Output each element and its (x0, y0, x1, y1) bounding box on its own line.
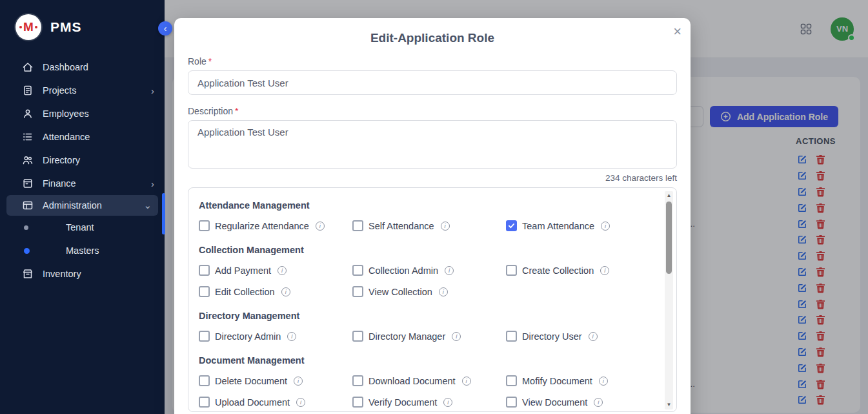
sidebar-item-label: Employees (43, 109, 154, 119)
info-icon[interactable]: i (601, 222, 610, 231)
info-icon[interactable]: i (462, 377, 471, 386)
permission-item-directory-admin[interactable]: Directory Admini (199, 331, 347, 342)
permission-item-add-payment[interactable]: Add Paymenti (199, 265, 347, 276)
scroll-thumb[interactable] (666, 202, 672, 274)
checkbox-icon[interactable] (352, 220, 363, 231)
checkbox-icon[interactable] (506, 397, 517, 408)
permission-label: View Collection (368, 287, 432, 297)
app-logo: M (15, 14, 41, 40)
permission-item-directory-user[interactable]: Directory Useri (506, 331, 654, 342)
close-icon[interactable]: × (673, 25, 681, 39)
permission-item-edit-collection[interactable]: Edit Collectioni (199, 286, 347, 297)
checkbox-icon[interactable] (199, 375, 210, 386)
checkbox-icon[interactable] (506, 375, 517, 386)
permission-label: Download Document (368, 376, 456, 386)
permission-item-delete-document[interactable]: Delete Documenti (199, 375, 347, 386)
checkbox-icon[interactable] (352, 265, 363, 276)
permission-item-create-collection[interactable]: Create Collectioni (506, 265, 654, 276)
permission-item-upload-document[interactable]: Upload Documenti (199, 397, 347, 408)
permission-label: Team Attendance (522, 221, 594, 231)
info-icon[interactable]: i (296, 398, 305, 407)
info-icon[interactable]: i (443, 398, 452, 407)
permission-group-collection-management: Collection ManagementAdd PaymentiCollect… (199, 245, 654, 297)
checkbox-icon[interactable] (199, 397, 210, 408)
sidebar-item-masters[interactable]: Masters (0, 239, 165, 262)
checkbox-icon[interactable] (506, 265, 517, 276)
info-icon[interactable]: i (287, 332, 296, 341)
sidebar-item-attendance[interactable]: Attendance (0, 125, 165, 149)
permission-group-title: Collection Management (199, 245, 654, 255)
sidebar-item-directory[interactable]: Directory (0, 149, 165, 172)
info-icon[interactable]: i (589, 332, 598, 341)
permission-group-document-management: Document ManagementDelete DocumentiDownl… (199, 355, 654, 408)
bullet-icon (24, 225, 28, 230)
description-input[interactable]: Application Test User (188, 120, 677, 169)
sidebar-item-administration[interactable]: Administration⌄ (6, 195, 158, 216)
checkbox-icon[interactable] (199, 331, 210, 342)
permission-item-team-attendance[interactable]: Team Attendancei (506, 220, 654, 231)
checkbox-icon[interactable] (352, 286, 363, 297)
info-icon[interactable]: i (316, 222, 325, 231)
info-icon[interactable]: i (294, 377, 303, 386)
permission-item-directory-manager[interactable]: Directory Manageri (352, 331, 501, 342)
permission-label: Upload Document (215, 397, 290, 408)
info-icon[interactable]: i (439, 287, 448, 296)
info-icon[interactable]: i (599, 377, 608, 386)
sidebar-item-label: Tenant (66, 222, 154, 233)
permission-item-view-document[interactable]: View Documenti (506, 397, 654, 408)
permission-item-regularize-attendance[interactable]: Regularize Attendancei (199, 220, 347, 231)
permission-item-mofify-document[interactable]: Mofify Documenti (506, 375, 654, 386)
checkbox-icon[interactable] (352, 331, 363, 342)
sidebar-item-dashboard[interactable]: Dashboard (0, 56, 165, 79)
permission-grid: Delete DocumentiDownload DocumentiMofify… (199, 375, 654, 408)
permission-label: Verify Document (368, 397, 437, 408)
characters-left-counter: 234 characters left (188, 173, 677, 183)
info-icon[interactable]: i (594, 398, 603, 407)
permission-item-collection-admin[interactable]: Collection Admini (352, 265, 501, 276)
sidebar-item-finance[interactable]: Finance› (0, 172, 165, 195)
sidebar-item-tenant[interactable]: Tenant (0, 216, 165, 239)
sidebar-item-inventory[interactable]: Inventory (0, 262, 165, 285)
info-icon[interactable]: i (600, 266, 609, 275)
scrollbar[interactable]: ▲ ▼ (665, 191, 673, 409)
sidebar-item-label: Attendance (43, 132, 154, 142)
required-asterisk: * (208, 56, 212, 67)
employees-icon (22, 108, 34, 119)
sidebar-nav: DashboardProjects›EmployeesAttendanceDir… (0, 56, 165, 285)
modal-body: Role* Description* Application Test User… (174, 56, 691, 412)
administration-icon (22, 200, 34, 211)
info-icon[interactable]: i (281, 287, 290, 296)
permission-group-directory-management: Directory ManagementDirectory AdminiDire… (199, 311, 654, 342)
description-label: Description* (188, 106, 677, 116)
info-icon[interactable]: i (452, 332, 461, 341)
sidebar-item-projects[interactable]: Projects› (0, 79, 165, 102)
permission-item-download-document[interactable]: Download Documenti (352, 375, 501, 386)
active-menu-indicator (162, 193, 165, 234)
scroll-up-icon[interactable]: ▲ (667, 191, 672, 200)
checkbox-icon[interactable] (506, 331, 517, 342)
edit-application-role-modal: × Edit-Application Role Role* Descriptio… (174, 18, 691, 414)
modal-title: Edit-Application Role (174, 31, 691, 45)
sidebar-collapse-button[interactable]: ‹ (158, 21, 172, 36)
permissions-container: Attendance ManagementRegularize Attendan… (188, 187, 677, 412)
sidebar-item-employees[interactable]: Employees (0, 102, 165, 125)
checkbox-icon[interactable] (199, 265, 210, 276)
checkbox-icon[interactable] (352, 397, 363, 408)
inventory-icon (22, 268, 34, 280)
info-icon[interactable]: i (278, 266, 287, 275)
role-input[interactable] (188, 70, 677, 95)
checkbox-icon[interactable] (506, 220, 517, 231)
permission-label: Collection Admin (368, 265, 438, 276)
permission-item-view-collection[interactable]: View Collectioni (352, 286, 501, 297)
permission-group-title: Directory Management (199, 311, 654, 321)
chevron-down-icon: ⌄ (143, 200, 152, 211)
info-icon[interactable]: i (445, 266, 454, 275)
permission-item-self-attendance[interactable]: Self Attendancei (352, 220, 501, 231)
info-icon[interactable]: i (441, 222, 450, 231)
permission-item-verify-document[interactable]: Verify Documenti (352, 397, 501, 408)
checkbox-icon[interactable] (199, 286, 210, 297)
chevron-right-icon: › (151, 85, 154, 96)
scroll-down-icon[interactable]: ▼ (667, 400, 672, 409)
checkbox-icon[interactable] (352, 375, 363, 386)
checkbox-icon[interactable] (199, 220, 210, 231)
